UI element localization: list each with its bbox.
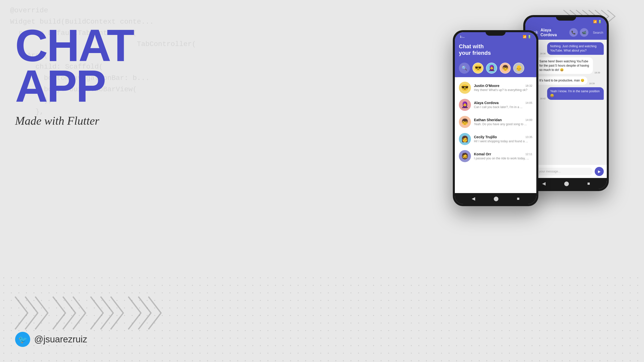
phone2-notch [556, 15, 576, 21]
subtitle: Made with Flutter [15, 114, 134, 127]
video-button[interactable]: 📹 [580, 28, 588, 37]
msg-time-4: 18:42 [540, 97, 546, 100]
chat-name-alaya: Alaya Cordova [474, 101, 499, 105]
chat-info-justin: Justin O'Moore 18:32 Hey there! What's u… [474, 84, 532, 92]
chat-avatar-komal: 🧔 [459, 150, 471, 162]
send-button[interactable]: ▶ [595, 167, 604, 176]
chat-info-eathan: Eathan Sheridan 14:00 Yeah. Do you have … [474, 118, 532, 126]
twitter-username: @jsuarezruiz [34, 334, 87, 345]
chat-avatar-eathan: 👦 [459, 116, 471, 128]
chat-time-cecily: 13:35 [525, 135, 532, 139]
chat-header-actions: 📞 📹 [569, 28, 588, 37]
phone1-time: 1:... [460, 35, 465, 38]
chat-info-cecily: Cecily Trujillo 13:35 Hi! I went shoppin… [474, 135, 532, 143]
chat-item-alaya[interactable]: 🧕 Alaya Cordova 14:05 Can I call you bac… [455, 96, 536, 113]
chat-time-justin: 18:32 [525, 84, 532, 87]
phone1-screen: 1:... 📶 🔋 Chat with your friends 🔍 😎 🧕 👦… [455, 32, 536, 204]
phone1-notch [486, 30, 506, 36]
chat-preview-alaya: Can I call you back later?, I'm in a ... [474, 105, 532, 109]
chat-avatar-cecily: 👩 [459, 133, 471, 145]
chat-name-row-justin: Justin O'Moore 18:32 [474, 84, 532, 88]
chat-time-eathan: 14:00 [525, 118, 532, 121]
chat-avatar-alaya: 🧕 [459, 99, 471, 111]
message-bubble-1: Nothing. Just chilling and watching YouT… [547, 42, 604, 55]
story-avatar-3[interactable]: 👦 [500, 63, 511, 74]
story-avatar-4[interactable]: 👴 [513, 63, 524, 74]
twitter-handle: 🐦 @jsuarezruiz [15, 332, 87, 347]
phone1-bottom-nav: ◀ ⬤ ■ [455, 193, 536, 204]
chat-preview-eathan: Yeah. Do you have any good song to ... [474, 122, 532, 126]
chat-name-row-eathan: Eathan Sheridan 14:00 [474, 118, 532, 122]
search-label[interactable]: Search [593, 31, 603, 34]
message-bubble-4: Yeah I know. I'm in the same position 😄 [547, 87, 604, 100]
nav2-recents-btn[interactable]: ■ [587, 181, 590, 186]
chat-item-cecily[interactable]: 👩 Cecily Trujillo 13:35 Hi! I went shopp… [455, 130, 536, 148]
chat-name-row-alaya: Alaya Cordova 14:05 [474, 101, 532, 105]
message-row-1: 18:36 Nothing. Just chilling and watchin… [528, 42, 604, 55]
story-avatar-2[interactable]: 🧕 [486, 63, 497, 74]
msg-time-2: 18:39 [594, 71, 600, 74]
message-row-3: 🧕 It's hard to be productive, man 😌 18:3… [528, 76, 604, 85]
message-bubble-3: It's hard to be productive, man 😌 [536, 76, 587, 85]
phones-container: 1:... 📶 🔋 Chat with your friends 🔍 😎 🧕 👦… [453, 15, 609, 206]
left-content: CHAT APP Made with Flutter [15, 25, 134, 127]
chat-name-row-cecily: Cecily Trujillo 13:35 [474, 135, 532, 139]
chat-name-komal: Komal Orr [474, 152, 491, 156]
chat-time-alaya: 14:05 [525, 101, 532, 104]
nav2-home-btn[interactable]: ⬤ [564, 181, 569, 186]
message-row-4: 18:42 Yeah I know. I'm in the same posit… [528, 87, 604, 100]
chat-preview-komal: I passed you on the ride to work today, … [474, 157, 532, 160]
chat-item-justin[interactable]: 😎 Justin O'Moore 18:32 Hey there! What's… [455, 79, 536, 96]
app-title: CHAT APP [15, 25, 134, 107]
chat-avatar-justin: 😎 [459, 82, 471, 94]
message-row-2: 🧕 Same here! Been watching YouTube for t… [528, 57, 604, 74]
chat-info-alaya: Alaya Cordova 14:05 Can I call you back … [474, 101, 532, 109]
chat-name-eathan: Eathan Sheridan [474, 118, 502, 122]
search-button[interactable]: 🔍 [459, 63, 470, 74]
chat-name-cecily: Cecily Trujillo [474, 135, 497, 139]
chat-info-komal: Komal Orr 12:11 I passed you on the ride… [474, 152, 532, 160]
phone1-header: Chat with your friends [455, 40, 536, 61]
phone1-story-row: 🔍 😎 🧕 👦 👴 [455, 61, 536, 77]
chat-preview-justin: Hey there! What's up? Is everything ok? [474, 88, 532, 92]
chat-time-komal: 12:11 [525, 153, 532, 156]
chevron-decorations-bottom-left [13, 294, 164, 332]
phone1-status-icons: 📶 🔋 [523, 35, 531, 38]
nav-home-btn[interactable]: ⬤ [494, 196, 499, 201]
msg-time-3: 18:39 [589, 82, 595, 85]
call-button[interactable]: 📞 [569, 28, 578, 37]
chat-preview-cecily: Hi! I went shopping today and found a ..… [474, 140, 532, 143]
chat-item-eathan[interactable]: 👦 Eathan Sheridan 14:00 Yeah. Do you hav… [455, 113, 536, 130]
chat-name-row-komal: Komal Orr 12:11 [474, 152, 532, 156]
nav-back-btn[interactable]: ◀ [472, 196, 475, 201]
chat-contact-name: Alaya Cordova [540, 28, 567, 37]
phone1-header-title: Chat with your friends [459, 43, 532, 57]
phone2-status-icons: 📶 🔋 [593, 20, 602, 23]
chat-item-komal[interactable]: 🧔 Komal Orr 12:11 I passed you on the ri… [455, 148, 536, 165]
msg-time-1: 18:36 [540, 52, 546, 55]
twitter-icon: 🐦 [15, 332, 30, 347]
nav2-back-btn[interactable]: ◀ [542, 181, 546, 186]
chat-name-justin: Justin O'Moore [474, 84, 499, 88]
story-avatar-1[interactable]: 😎 [472, 63, 484, 74]
message-bubble-2: Same here! Been watching YouTube for the… [536, 57, 593, 74]
phone-chat-list: 1:... 📶 🔋 Chat with your friends 🔍 😎 🧕 👦… [453, 30, 538, 206]
nav-recents-btn[interactable]: ■ [517, 196, 520, 201]
phone1-chat-list: 😎 Justin O'Moore 18:32 Hey there! What's… [455, 77, 536, 193]
